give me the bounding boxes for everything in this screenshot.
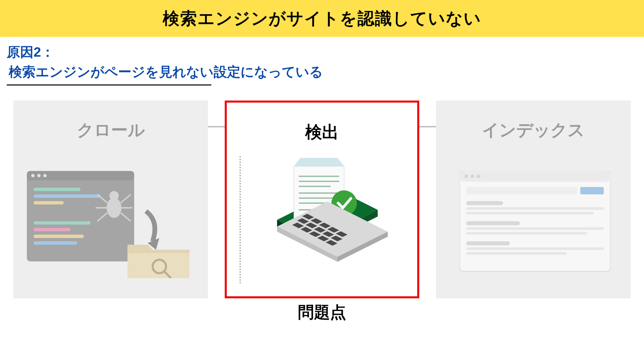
svg-point-4 [43, 174, 47, 177]
svg-rect-61 [466, 241, 510, 245]
svg-point-12 [107, 198, 121, 217]
svg-point-3 [37, 174, 41, 177]
svg-point-2 [31, 174, 35, 177]
svg-rect-57 [466, 212, 594, 215]
laptop-check-icon [257, 153, 391, 274]
svg-marker-21 [294, 158, 344, 166]
svg-rect-59 [466, 227, 604, 230]
flow-diagram: クロール [13, 101, 631, 298]
svg-rect-53 [466, 187, 577, 194]
svg-rect-62 [466, 247, 604, 250]
svg-rect-1 [27, 171, 134, 180]
step-index: インデックス [436, 101, 631, 298]
svg-point-51 [471, 175, 474, 178]
subtitle-block: 原因2： 検索エンジンがページを見れない設定になっている [0, 37, 644, 88]
subtitle-line-1: 原因2： [7, 43, 637, 61]
svg-rect-9 [34, 228, 70, 231]
svg-rect-10 [34, 235, 84, 238]
svg-point-13 [110, 192, 118, 200]
slide-title: 検索エンジンがサイトを認識していない [163, 7, 481, 30]
dotted-divider [239, 156, 241, 284]
step-label: 検出 [227, 121, 417, 143]
svg-rect-60 [466, 232, 587, 235]
svg-rect-5 [34, 188, 80, 191]
crawler-icon [27, 171, 195, 278]
svg-rect-8 [34, 221, 91, 225]
svg-rect-49 [460, 171, 610, 182]
svg-rect-63 [466, 252, 567, 255]
svg-rect-58 [466, 221, 520, 225]
browser-results-icon [460, 171, 610, 278]
svg-rect-54 [580, 187, 604, 194]
svg-point-52 [477, 175, 480, 178]
slide: 検索エンジンがサイトを認識していない 原因2： 検索エンジンがページを見れない設… [0, 0, 644, 362]
svg-rect-7 [34, 201, 64, 204]
svg-rect-56 [466, 207, 604, 210]
step-detect: 検出 [225, 101, 419, 298]
svg-point-50 [465, 175, 468, 178]
step-label: クロール [13, 119, 208, 141]
subtitle-line-2: 検索エンジンがページを見れない設定になっている [7, 63, 637, 81]
svg-rect-6 [34, 194, 101, 198]
title-bar: 検索エンジンがサイトを認識していない [0, 0, 644, 37]
step-label: インデックス [436, 119, 631, 141]
issue-label: 問題点 [225, 302, 419, 323]
step-crawl: クロール [13, 101, 208, 298]
svg-rect-11 [34, 241, 77, 245]
subtitle-underline [7, 84, 211, 85]
svg-rect-55 [466, 201, 503, 205]
